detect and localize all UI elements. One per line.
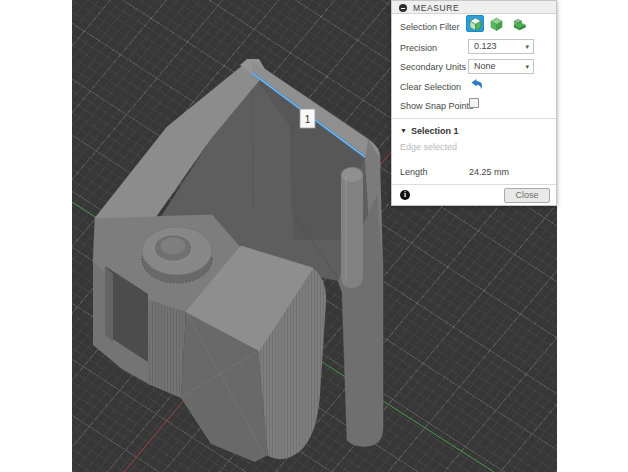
show-snap-points-label: Show Snap Points (400, 101, 474, 111)
precision-label: Precision (400, 43, 437, 53)
length-label: Length (400, 167, 428, 177)
secondary-units-label: Secondary Units (400, 62, 466, 72)
panel-grip-icon[interactable] (399, 4, 407, 12)
collapse-arrow-icon[interactable]: ▼ (400, 127, 407, 134)
filter-component-button[interactable] (512, 17, 527, 33)
selection-filter-label: Selection Filter (400, 22, 460, 32)
length-value: 24.25 mm (469, 167, 509, 177)
measure-badge-number: 1 (305, 114, 311, 125)
chevron-down-icon: ▾ (525, 40, 529, 53)
component-select-icon (512, 17, 527, 31)
model-body[interactable] (93, 59, 383, 462)
selection-section-title[interactable]: Selection 1 (411, 126, 459, 136)
precision-value: 0.123 (474, 41, 497, 51)
measure-dialog-header[interactable]: MEASURE (392, 1, 556, 14)
divider (392, 118, 556, 119)
precision-dropdown[interactable]: 0.123 ▾ (468, 39, 534, 54)
measure-badge: 1 (300, 109, 315, 128)
divider (392, 184, 556, 185)
panel-title: MEASURE (413, 3, 459, 13)
undo-icon (470, 78, 483, 90)
face-select-icon (469, 17, 482, 31)
show-snap-points-checkbox[interactable] (469, 98, 479, 108)
clear-selection-button[interactable] (470, 78, 483, 92)
filter-face-button[interactable] (466, 15, 484, 32)
chevron-down-icon: ▾ (525, 60, 529, 73)
filter-body-button[interactable] (490, 17, 503, 33)
secondary-units-dropdown[interactable]: None ▾ (468, 59, 534, 74)
measure-dialog: MEASURE Selection Filter (391, 0, 557, 206)
clear-selection-label: Clear Selection (400, 82, 461, 92)
secondary-units-value: None (474, 61, 496, 71)
close-button[interactable]: Close (504, 188, 550, 203)
selection-status: Edge selected (400, 142, 457, 152)
info-icon[interactable]: i (400, 190, 410, 200)
body-select-icon (490, 17, 503, 31)
page-background: 1 MEASURE Selection Filter (0, 0, 628, 472)
